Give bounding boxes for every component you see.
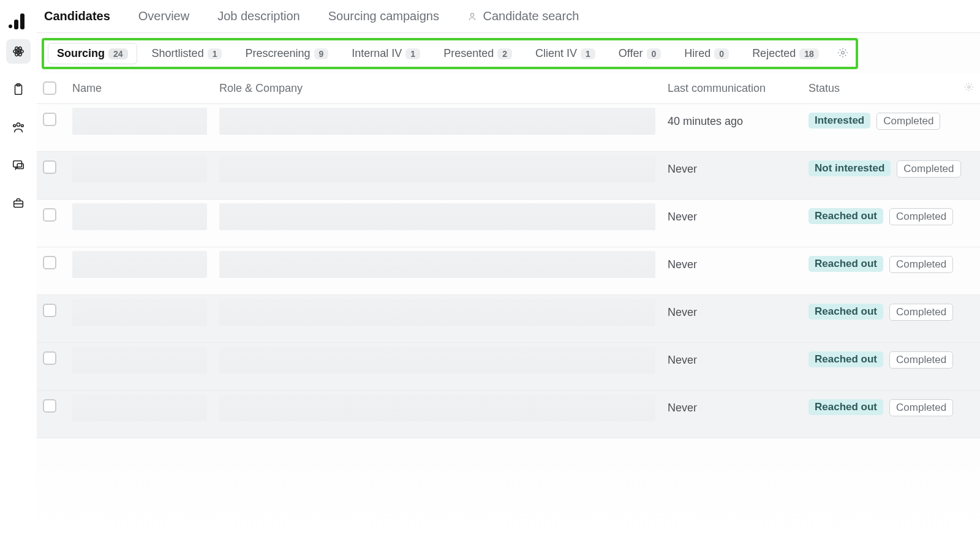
app-root: Candidates Overview Job description Sour… — [0, 0, 980, 551]
role-redacted — [219, 203, 655, 230]
status-badge-primary: Reached out — [809, 399, 883, 415]
name-redacted — [72, 347, 207, 373]
stage-count: 1 — [581, 48, 595, 59]
status-badge-secondary: Completed — [897, 160, 960, 178]
tab-candidate-search[interactable]: Candidate search — [464, 7, 582, 26]
name-redacted — [72, 203, 207, 230]
stage-offer[interactable]: Offer 0 — [610, 43, 669, 64]
row-checkbox[interactable] — [43, 208, 56, 222]
table-row[interactable]: Never Reached out Completed — [37, 247, 980, 295]
table-row[interactable]: Never Reached out Completed — [37, 295, 980, 343]
table-row[interactable]: Never Reached out Completed — [37, 391, 980, 438]
rail-item-pipeline[interactable] — [6, 39, 31, 64]
status-badge-primary: Reached out — [809, 208, 883, 224]
svg-point-12 — [470, 13, 473, 17]
col-header-name[interactable]: Name — [66, 73, 213, 104]
rail-item-briefcase[interactable] — [6, 191, 31, 216]
table-row[interactable]: Never Not interested Completed — [37, 152, 980, 200]
table-row[interactable]: 40 minutes ago Interested Completed — [37, 104, 980, 152]
svg-point-14 — [968, 86, 970, 88]
stage-sourcing[interactable]: Sourcing 24 — [48, 43, 137, 64]
tab-overview[interactable]: Overview — [135, 7, 193, 26]
svg-point-6 — [17, 123, 20, 127]
candidate-table: Name Role & Company Last communication S… — [37, 73, 980, 438]
svg-point-0 — [17, 50, 20, 53]
svg-point-7 — [13, 124, 16, 127]
bottom-fade — [37, 447, 980, 551]
status-badge-secondary: Completed — [889, 304, 953, 321]
columns-settings-button[interactable] — [964, 82, 974, 95]
last-communication: Never — [668, 200, 796, 223]
status-badge-secondary: Completed — [889, 208, 953, 225]
col-header-last[interactable]: Last communication — [662, 73, 802, 104]
briefcase-icon — [12, 197, 25, 210]
stage-internal-iv[interactable]: Internal IV 1 — [343, 43, 429, 64]
stage-shortlisted[interactable]: Shortlisted 1 — [143, 43, 231, 64]
candidate-table-wrap: Name Role & Company Last communication S… — [37, 73, 980, 551]
row-checkbox[interactable] — [43, 256, 56, 269]
stage-label: Prescreening — [245, 47, 310, 60]
stage-count: 1 — [208, 48, 222, 59]
row-checkbox[interactable] — [43, 304, 56, 317]
col-header-status[interactable]: Status — [802, 73, 980, 104]
status-badge-secondary: Completed — [876, 113, 940, 130]
top-nav: Candidates Overview Job description Sour… — [37, 0, 980, 33]
role-redacted — [219, 108, 655, 135]
stage-presented[interactable]: Presented 2 — [435, 43, 521, 64]
role-redacted — [219, 394, 655, 421]
left-rail — [0, 0, 37, 551]
name-redacted — [72, 299, 207, 326]
tab-job-description[interactable]: Job description — [214, 7, 304, 26]
row-checkbox[interactable] — [43, 351, 56, 365]
svg-rect-10 — [17, 163, 23, 168]
stage-count: 18 — [799, 48, 819, 59]
stage-bar: Sourcing 24 Shortlisted 1 Prescreening 9… — [42, 38, 858, 69]
stage-rejected[interactable]: Rejected 18 — [744, 43, 827, 64]
tab-candidates[interactable]: Candidates — [40, 7, 114, 26]
stage-label: Offer — [619, 47, 643, 60]
col-header-status-label: Status — [809, 82, 840, 94]
name-redacted — [72, 394, 207, 421]
select-all-checkbox[interactable] — [43, 81, 56, 95]
tab-sourcing-campaigns[interactable]: Sourcing campaigns — [325, 7, 443, 26]
name-redacted — [72, 108, 207, 135]
tab-candidate-search-label: Candidate search — [483, 9, 579, 23]
rail-item-clipboard[interactable] — [6, 77, 31, 102]
table-header-row: Name Role & Company Last communication S… — [37, 73, 980, 104]
gear-icon — [964, 82, 974, 92]
row-checkbox[interactable] — [43, 160, 56, 174]
people-icon — [12, 121, 25, 134]
clipboard-icon — [12, 83, 25, 96]
status-badge-primary: Reached out — [809, 351, 883, 367]
stage-label: Internal IV — [352, 47, 402, 60]
stage-settings-button[interactable] — [834, 43, 852, 64]
stage-label: Shortlisted — [152, 47, 204, 60]
main: Candidates Overview Job description Sour… — [37, 0, 980, 551]
stage-count: 0 — [714, 48, 729, 59]
col-header-role[interactable]: Role & Company — [213, 73, 662, 104]
rail-item-people[interactable] — [6, 115, 31, 140]
row-checkbox[interactable] — [43, 399, 56, 413]
role-redacted — [219, 299, 655, 326]
status-badge-secondary: Completed — [889, 399, 953, 416]
status-badge-primary: Reached out — [809, 304, 883, 320]
stage-hired[interactable]: Hired 0 — [676, 43, 737, 64]
status-badge-secondary: Completed — [889, 351, 953, 369]
person-icon — [467, 9, 481, 23]
status-badge-primary: Reached out — [809, 256, 883, 272]
stage-client-iv[interactable]: Client IV 1 — [527, 43, 604, 64]
svg-point-8 — [21, 124, 24, 127]
stage-label: Client IV — [535, 47, 577, 60]
stage-prescreening[interactable]: Prescreening 9 — [236, 43, 337, 64]
row-checkbox[interactable] — [43, 113, 56, 126]
stage-label: Hired — [684, 47, 710, 60]
table-row[interactable]: Never Reached out Completed — [37, 200, 980, 247]
atom-icon — [12, 45, 25, 58]
brand-logo — [9, 11, 27, 29]
rail-item-messages[interactable] — [6, 153, 31, 178]
table-row[interactable]: Never Reached out Completed — [37, 343, 980, 391]
last-communication: 40 minutes ago — [668, 104, 796, 128]
role-redacted — [219, 156, 655, 182]
status-badge-primary: Interested — [809, 113, 870, 129]
role-redacted — [219, 251, 655, 278]
